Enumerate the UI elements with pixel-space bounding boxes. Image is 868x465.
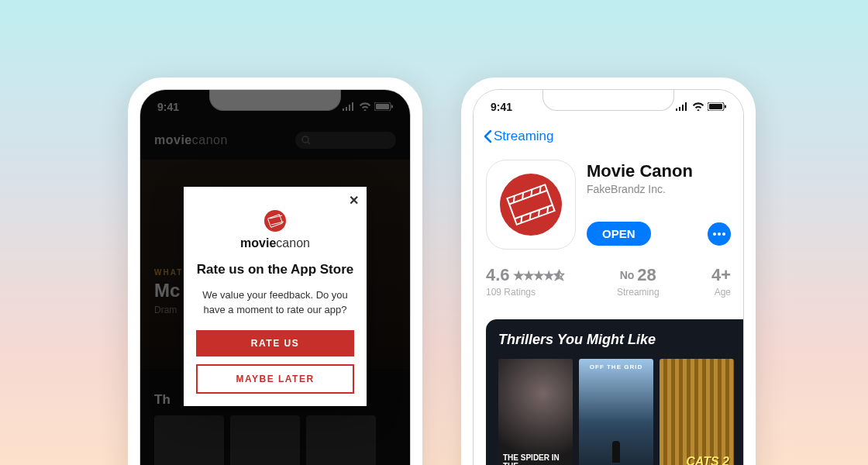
svg-rect-10 <box>709 104 722 109</box>
svg-rect-11 <box>725 105 726 108</box>
status-time: 9:41 <box>491 101 512 113</box>
svg-point-26 <box>722 232 725 236</box>
modal-body: We value your feedback. Do you have a mo… <box>196 288 354 318</box>
ratings-count: 109 Ratings <box>486 287 565 298</box>
app-logo-icon <box>264 210 286 232</box>
app-header-row: Movie Canon FakeBrandz Inc. OPEN <box>486 160 731 250</box>
stat-rank: No28 Streaming <box>617 265 660 298</box>
rank-prefix: No <box>620 269 635 281</box>
back-button[interactable]: Streaming <box>483 129 553 144</box>
cellular-icon <box>676 101 689 113</box>
app-icon <box>486 160 576 250</box>
svg-point-25 <box>718 232 721 236</box>
age-value: 4+ <box>711 265 731 285</box>
open-button[interactable]: OPEN <box>587 222 651 246</box>
rank-category: Streaming <box>617 287 660 298</box>
thumb-label: CATS 2 <box>686 455 729 465</box>
stats-row: 4.6 ★★★★⯪ 109 Ratings No28 Streaming 4+ … <box>486 265 731 308</box>
rank-value: 28 <box>637 265 656 285</box>
modal-brand: moviecanon <box>196 236 354 250</box>
app-publisher: FakeBrandz Inc. <box>587 183 731 195</box>
back-label: Streaming <box>494 129 553 144</box>
app-store-page: 9:41 Streaming <box>474 90 743 465</box>
card-thumb[interactable]: OFF THE GRID <box>579 359 653 465</box>
promo-card[interactable]: Thrillers You Might Like THE SPIDER IN T… <box>486 319 744 465</box>
phone-screen-left: 9:41 moviecanon <box>140 89 411 465</box>
ellipsis-icon <box>713 232 725 236</box>
rating-value: 4.6 <box>486 265 510 285</box>
svg-point-24 <box>713 232 716 236</box>
card-thumb[interactable]: CATS 2 <box>660 359 734 465</box>
modal-title: Rate us on the App Store <box>196 261 354 277</box>
rate-modal: ✕ moviecanon Rate us on the App Store We… <box>184 187 367 406</box>
stat-age: 4+ Age <box>711 265 731 298</box>
card-thumbs: THE SPIDER IN THE OFF THE GRID CATS 2 <box>498 359 744 465</box>
card-title: Thrillers You Might Like <box>498 332 744 348</box>
app-meta: Movie Canon FakeBrandz Inc. OPEN <box>587 160 731 250</box>
notch <box>542 89 674 111</box>
wifi-icon <box>692 101 704 113</box>
thumb-label: OFF THE GRID <box>579 363 653 370</box>
stars-icon: ★★★★⯪ <box>513 268 565 283</box>
thumb-label: THE SPIDER IN THE <box>503 453 568 465</box>
stat-rating: 4.6 ★★★★⯪ 109 Ratings <box>486 265 565 298</box>
chevron-left-icon <box>483 129 492 143</box>
status-icons <box>676 101 726 113</box>
app-title: Movie Canon <box>587 161 731 181</box>
more-button[interactable] <box>708 222 731 246</box>
phone-mock-right: 9:41 Streaming <box>461 78 756 465</box>
phone-mock-left: 9:41 moviecanon <box>128 78 422 465</box>
close-button[interactable]: ✕ <box>349 193 359 208</box>
maybe-later-button[interactable]: MAYBE LATER <box>196 364 354 394</box>
battery-icon <box>708 101 726 113</box>
phone-screen-right: 9:41 Streaming <box>473 89 744 465</box>
card-thumb[interactable]: THE SPIDER IN THE <box>498 359 573 465</box>
age-label: Age <box>711 287 731 298</box>
rate-us-button[interactable]: RATE US <box>196 330 354 356</box>
